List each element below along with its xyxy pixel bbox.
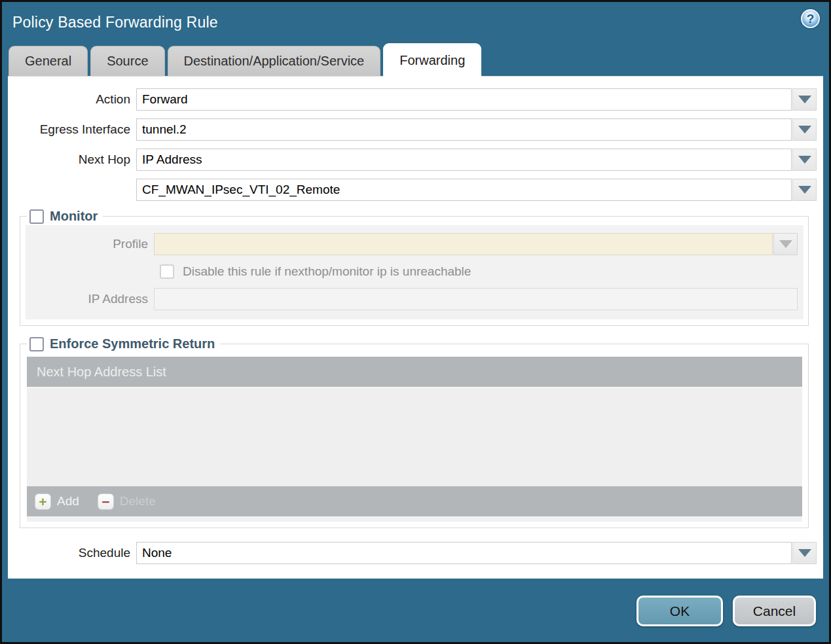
delete-button-label: Delete [120, 494, 156, 509]
chevron-down-icon [798, 186, 811, 194]
action-input[interactable] [136, 88, 792, 111]
schedule-label: Schedule [8, 546, 136, 560]
monitor-fieldset: Monitor Profile Disable this rule if nex… [20, 209, 809, 326]
cancel-button[interactable]: Cancel [733, 596, 816, 626]
next-hop-type-dropdown-button[interactable] [792, 149, 817, 171]
egress-interface-label: Egress Interface [8, 122, 136, 137]
table-body[interactable] [27, 387, 802, 486]
monitor-ip-address-row: IP Address [26, 288, 803, 310]
profile-label: Profile [26, 237, 154, 251]
tab-general-label: General [25, 54, 71, 69]
help-glyph: ? [807, 12, 815, 26]
table-header: Next Hop Address List [27, 357, 802, 387]
tab-source[interactable]: Source [90, 46, 164, 76]
next-hop-type-input[interactable] [136, 149, 792, 171]
tab-source-label: Source [107, 54, 148, 69]
delete-button: − Delete [98, 493, 156, 510]
add-button[interactable]: + Add [35, 493, 79, 510]
monitor-checkbox[interactable] [29, 209, 44, 224]
profile-row: Profile [26, 233, 803, 255]
chevron-down-icon [798, 549, 811, 557]
next-hop-address-dropdown-button[interactable] [792, 179, 817, 201]
tab-bar: General Source Destination/Application/S… [2, 43, 829, 76]
disable-rule-row: Disable this rule if nexthop/monitor ip … [160, 264, 803, 279]
schedule-input[interactable] [136, 542, 792, 564]
symmetric-return-fieldset: Enforce Symmetric Return Next Hop Addres… [20, 336, 809, 528]
symmetric-return-legend: Enforce Symmetric Return [27, 336, 220, 351]
egress-interface-dropdown-button[interactable] [792, 118, 817, 141]
ok-button[interactable]: OK [637, 596, 723, 626]
monitor-ip-address-label: IP Address [26, 292, 154, 306]
egress-interface-input[interactable] [136, 118, 792, 141]
tab-destination-label: Destination/Application/Service [184, 54, 365, 69]
next-hop-row: Next Hop [8, 149, 817, 171]
next-hop-label: Next Hop [8, 152, 136, 167]
plus-icon: + [35, 493, 51, 510]
table-bottom-strip [27, 516, 802, 522]
tab-forwarding[interactable]: Forwarding [383, 43, 481, 77]
chevron-down-icon [798, 126, 811, 134]
chevron-down-icon [779, 240, 792, 248]
minus-icon: − [98, 493, 114, 510]
schedule-row: Schedule [8, 542, 817, 564]
schedule-dropdown-button[interactable] [792, 542, 817, 564]
tab-destination-application-service[interactable]: Destination/Application/Service [168, 46, 381, 76]
chevron-down-icon [798, 96, 811, 103]
tab-general[interactable]: General [9, 46, 88, 76]
monitor-ip-address-input [154, 288, 798, 310]
profile-dropdown-button [773, 233, 798, 255]
next-hop-address-input[interactable] [136, 179, 792, 201]
table-header-label: Next Hop Address List [37, 365, 166, 380]
disable-rule-label: Disable this rule if nexthop/monitor ip … [183, 264, 471, 279]
forwarding-tab-panel: Action Egress Interface Next Hop [8, 76, 823, 579]
dialog-title: Policy Based Forwarding Rule [12, 14, 218, 31]
chevron-down-icon [798, 156, 811, 164]
table-toolbar: + Add − Delete [27, 486, 802, 516]
egress-interface-row: Egress Interface [8, 118, 817, 141]
next-hop-address-list-table: Next Hop Address List + Add − Delete [27, 357, 802, 522]
dialog-footer: OK Cancel [2, 579, 829, 642]
add-button-label: Add [57, 494, 79, 509]
action-row: Action [8, 88, 817, 111]
action-dropdown-button[interactable] [792, 88, 817, 111]
monitor-legend-label: Monitor [50, 209, 98, 224]
next-hop-address-row [8, 179, 817, 201]
tab-forwarding-label: Forwarding [399, 53, 465, 68]
pbf-rule-dialog: Policy Based Forwarding Rule ? General S… [0, 0, 831, 644]
monitor-legend: Monitor [27, 209, 103, 224]
dialog-titlebar: Policy Based Forwarding Rule ? [2, 2, 829, 43]
disable-rule-checkbox [160, 264, 174, 279]
profile-input [154, 233, 773, 255]
symmetric-return-legend-label: Enforce Symmetric Return [50, 336, 215, 351]
action-label: Action [8, 92, 136, 107]
help-icon[interactable]: ? [801, 9, 820, 28]
monitor-panel: Profile Disable this rule if nexthop/mon… [26, 225, 803, 319]
symmetric-return-checkbox[interactable] [29, 337, 44, 351]
